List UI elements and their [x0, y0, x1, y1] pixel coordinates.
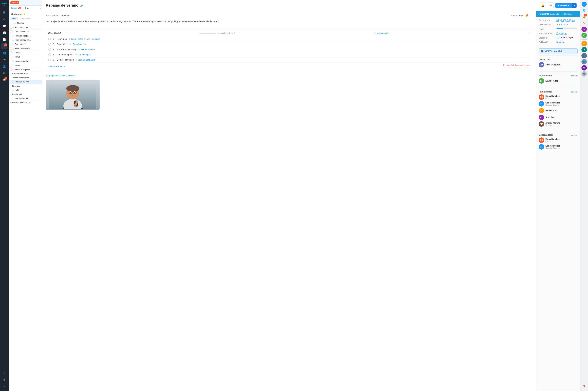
assignee-name[interactable]: Ivan Rodriguez — [78, 54, 91, 56]
checklist-radio[interactable] — [48, 48, 51, 51]
avatar-person-gray[interactable]: 👤 — [582, 71, 587, 77]
table-row[interactable]: ≡ PyG — [9, 88, 42, 92]
task-checkbox[interactable] — [10, 22, 12, 24]
task-checkbox[interactable] — [10, 39, 12, 41]
bitrix-logo[interactable]: BITRIX 24 — [1, 2, 7, 8]
table-row[interactable]: ≡ News — [9, 55, 42, 59]
task-checkbox[interactable] — [10, 30, 12, 33]
table-row[interactable]: ≡ Reunion traspas... — [9, 34, 42, 38]
task-checkbox[interactable] — [10, 47, 12, 50]
assignee-name[interactable]: Joana Casablanca — [78, 59, 95, 61]
calendar-icon[interactable]: 📅 — [1, 30, 7, 36]
task-checkbox[interactable] — [10, 89, 12, 91]
tab-tareas[interactable]: Tareas 10 — [9, 5, 23, 11]
cambiar-participantes-btn[interactable]: cambiar — [571, 91, 578, 93]
settings-gear-btn[interactable]: ⚙ — [548, 2, 554, 8]
view-tab-lista[interactable]: Lista — [10, 17, 18, 20]
task-checkbox[interactable] — [10, 68, 12, 71]
group-finanzas[interactable]: − Finanzas — [9, 84, 42, 88]
table-row[interactable]: ≡ Producto avan... — [9, 25, 42, 30]
calificacion-value[interactable]: Ninguna — [556, 41, 565, 43]
contacts-icon[interactable]: 👤 — [1, 63, 7, 69]
table-row[interactable]: ≡ Para comentario... — [9, 46, 42, 51]
docs-icon[interactable]: 📄 — [1, 36, 7, 42]
avatar-users-icon2[interactable]: 👥 — [582, 59, 587, 64]
task-checkbox[interactable] — [10, 64, 12, 67]
add-verification-list-btn[interactable]: + Agregar una lista de verificación — [46, 74, 533, 78]
sort-icon[interactable]: ↕ — [39, 5, 42, 11]
star-icon[interactable]: ★ — [23, 13, 25, 15]
avatar-ds[interactable]: DS — [582, 47, 587, 52]
table-row[interactable]: ≡ Cosas — [9, 51, 42, 55]
table-row[interactable]: ≡ Rebajas de vera... — [9, 80, 42, 84]
avatar-pp[interactable]: PP — [582, 27, 587, 32]
avatar-ap[interactable]: AP — [582, 41, 587, 46]
tab-en[interactable]: En... — [23, 5, 31, 11]
checklist-radio[interactable] — [48, 53, 51, 56]
task-checkbox[interactable] — [10, 60, 12, 62]
add-sidebar-icon[interactable]: + — [1, 383, 7, 389]
link-icon[interactable]: 🔗 — [80, 4, 84, 7]
checklist-radio[interactable] — [48, 59, 51, 61]
group-tareas-importantes[interactable]: − Tareas importantes — [9, 76, 42, 80]
bell-right-icon[interactable]: 🔔 30 — [581, 14, 587, 19]
settings-icon[interactable]: ⚙ — [1, 377, 7, 383]
task-checkbox[interactable] — [10, 35, 12, 37]
fecha-limite-value[interactable]: 8/26/2024 6:00 pm — [556, 19, 575, 21]
pencil-right-icon[interactable]: ✎ — [581, 20, 587, 26]
add-button[interactable]: AGREGAR — [555, 3, 572, 8]
drive-icon[interactable]: 🗂 — [1, 70, 7, 76]
globe-right-icon[interactable]: 🌐 — [581, 7, 587, 13]
task-checkbox[interactable] — [10, 97, 12, 99]
help-icon[interactable]: ? — [1, 370, 7, 376]
table-row[interactable]: ≡ Reunion Express... — [9, 68, 42, 72]
tasks-icon[interactable]: ✓ 10 — [1, 43, 7, 49]
table-row[interactable]: ≡ Lista clientes po... — [9, 30, 42, 34]
assignee-name[interactable]: Laura Freitas — [71, 38, 83, 40]
avatar-green-check[interactable]: ✓ — [582, 33, 587, 38]
close-icon[interactable]: × — [40, 2, 41, 4]
collapse-btn[interactable]: ∧ — [529, 32, 530, 34]
task-checkbox[interactable] — [10, 51, 12, 54]
calendar-right-icon[interactable]: 📅 — [581, 384, 587, 389]
checklist-radio[interactable] — [48, 43, 51, 46]
help-right-icon[interactable]: ? — [582, 2, 587, 7]
feed-icon[interactable]: 📢 1 — [1, 77, 7, 83]
task-checkbox[interactable] — [10, 56, 12, 58]
assignee-name[interactable]: Elena Sanchez — [73, 43, 86, 45]
add-element-btn[interactable]: + Añadir elemento — [48, 64, 65, 68]
recordatorio-value[interactable]: ⚑ Recordar — [556, 23, 568, 26]
task-checkbox[interactable] — [10, 43, 12, 45]
task-checkbox[interactable] — [10, 26, 12, 29]
table-row[interactable]: ≡ Comentarios — [9, 42, 42, 46]
home-icon[interactable]: ⬡ — [1, 16, 7, 22]
chat-icon[interactable]: 💬 — [1, 23, 7, 29]
avatar-al-right[interactable]: AL — [582, 65, 587, 71]
automatizacion-value[interactable]: Configurar — [556, 32, 567, 35]
mail-icon[interactable]: ✉ — [1, 57, 7, 63]
group-diseno-web[interactable]: − Diseño web — [9, 92, 42, 96]
group-sitios-web[interactable]: − Grupo Sitios Web — [9, 72, 42, 76]
tarea-tag[interactable]: TAREA — [10, 1, 19, 4]
video-arrow-btn[interactable]: ▾ — [573, 48, 578, 54]
acciones-grupales-btn[interactable]: Acciones grupales — [374, 32, 390, 34]
checklist-radio[interactable] — [48, 38, 51, 40]
crm-icon[interactable]: 👥 — [1, 50, 7, 56]
video-call-btn[interactable]: 🎥 VIDEOLLAMADA — [539, 48, 573, 54]
delete-list-btn[interactable]: Eliminar la lista de verificación — [503, 64, 530, 68]
add-button-arrow[interactable]: ▾ — [572, 3, 577, 8]
table-row[interactable]: ≡ Nuevo contrato — [9, 96, 42, 100]
gear-icon[interactable]: ⚙ — [15, 22, 16, 24]
table-row[interactable]: ≡ Para trabajar co... — [9, 38, 42, 42]
cambiar-observadores-btn[interactable]: cambiar — [571, 134, 578, 136]
task-checkbox[interactable] — [10, 81, 12, 83]
table-row[interactable]: ≡ News — [9, 63, 42, 68]
cambiar-responsable-btn[interactable]: cambiar — [571, 75, 578, 77]
table-row[interactable]: ≡ ⚙ Nombre — [9, 21, 42, 25]
assignee-name[interactable]: Andrés Moreno — [81, 48, 95, 51]
group-gestion-oficina[interactable]: − Gestión de oficin... + — [9, 100, 42, 104]
avatar-users-icon[interactable]: 👥 — [582, 53, 587, 58]
table-row[interactable]: ≡ Cosas importan... — [9, 59, 42, 63]
assignee-name[interactable]: Ivan Rodriguez — [86, 38, 100, 40]
menu-icon[interactable]: ☰ — [1, 9, 7, 15]
